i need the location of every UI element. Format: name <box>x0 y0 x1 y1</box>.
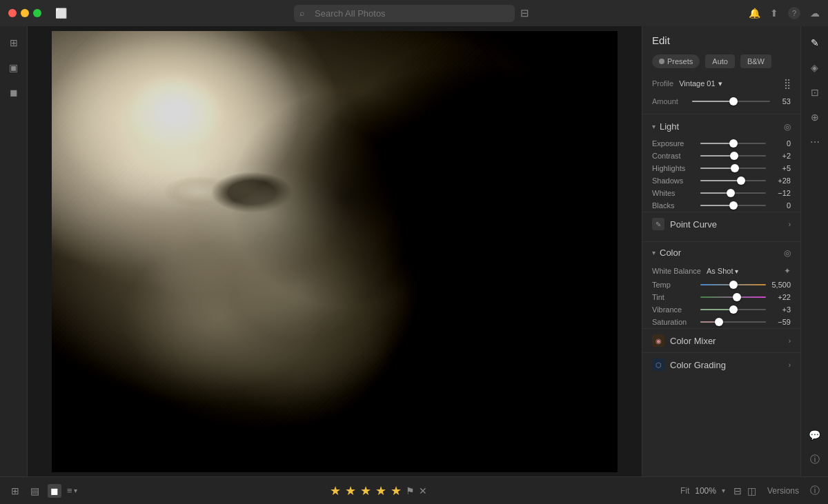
info-icon[interactable]: ⓘ <box>810 485 820 497</box>
split-icon[interactable]: ◫ <box>747 485 756 496</box>
color-eye-icon[interactable]: ◎ <box>784 248 791 258</box>
saturation-slider[interactable] <box>700 321 766 323</box>
color-grading-icon: ⬡ <box>652 359 664 371</box>
saturation-value: −59 <box>771 318 791 326</box>
panel-toggle-icon[interactable]: ⬜ <box>55 8 67 19</box>
compare-icon[interactable]: ⊟ <box>733 485 742 496</box>
right-icon-tools[interactable]: ◈ <box>804 57 826 79</box>
saturation-thumb[interactable] <box>715 318 723 326</box>
shadows-thumb[interactable] <box>737 177 745 185</box>
help-icon[interactable]: ? <box>788 7 800 19</box>
white-balance-chevron-icon[interactable]: ▾ <box>735 268 738 275</box>
blacks-label: Blacks <box>652 201 695 210</box>
shadows-slider[interactable] <box>700 180 766 181</box>
light-section-left: ▾ Light <box>652 121 679 132</box>
point-curve-icon: ✎ <box>652 218 664 230</box>
exposure-slider[interactable] <box>700 143 766 144</box>
sort-button[interactable]: ≡ ▾ <box>67 485 77 496</box>
grid-view-button[interactable]: ⊞ <box>8 484 22 498</box>
color-mixer-title: Color Mixer <box>670 336 716 346</box>
star-5[interactable]: ★ <box>391 483 402 498</box>
contrast-fill <box>700 155 734 157</box>
contrast-slider[interactable] <box>700 155 766 157</box>
amount-slider[interactable] <box>692 101 770 102</box>
whites-slider[interactable] <box>700 192 766 194</box>
right-icon-crop[interactable]: ⊡ <box>804 81 826 103</box>
photo-detail-overlay <box>52 31 618 472</box>
cloud-icon[interactable]: ☁ <box>810 8 820 19</box>
light-section-header[interactable]: ▾ Light ◎ <box>642 116 800 137</box>
bottom-left: ⊞ ▤ ◼ ≡ ▾ <box>8 484 77 498</box>
tint-thumb[interactable] <box>733 293 741 301</box>
titlebar: ⬜ ⌕ ⊟ 🔔 ⬆ ? ☁ <box>0 0 828 26</box>
light-chevron-icon: ▾ <box>652 123 656 130</box>
sidebar-icon-panels[interactable]: ▣ <box>3 57 25 79</box>
shadows-row: Shadows +28 <box>642 174 800 187</box>
color-grading-section[interactable]: ⬡ Color Grading › <box>642 352 800 376</box>
edit-header: Edit <box>642 26 800 52</box>
tint-slider[interactable] <box>700 296 766 298</box>
bw-button[interactable]: B&W <box>740 54 771 68</box>
strip-view-button[interactable]: ▤ <box>28 484 42 498</box>
single-view-button[interactable]: ◼ <box>48 484 61 498</box>
vibrance-thumb[interactable] <box>729 305 738 314</box>
bell-icon[interactable]: 🔔 <box>749 8 760 19</box>
eyedropper-icon[interactable]: ✦ <box>784 266 791 276</box>
color-section-header[interactable]: ▾ Color ◎ <box>642 241 800 263</box>
highlights-thumb[interactable] <box>731 164 739 172</box>
fit-button[interactable]: Fit <box>680 486 689 496</box>
filter-icon[interactable]: ⊟ <box>520 7 529 19</box>
exposure-thumb[interactable] <box>729 139 738 148</box>
vibrance-slider[interactable] <box>700 309 766 310</box>
star-1[interactable]: ★ <box>330 483 341 498</box>
temp-thumb[interactable] <box>729 281 738 289</box>
contrast-value: +2 <box>771 152 791 160</box>
auto-button[interactable]: Auto <box>705 54 735 68</box>
contrast-thumb[interactable] <box>730 152 738 160</box>
right-icon-edit[interactable]: ✎ <box>804 32 826 54</box>
profile-chevron-icon[interactable]: ▾ <box>718 79 722 88</box>
temp-value: 5,500 <box>771 281 791 289</box>
exposure-value: 0 <box>771 139 791 148</box>
whites-label: Whites <box>652 189 695 197</box>
highlights-slider[interactable] <box>700 168 766 169</box>
share-icon[interactable]: ⬆ <box>770 8 778 19</box>
right-icon-info[interactable]: ⓘ <box>804 449 826 471</box>
point-curve-section[interactable]: ✎ Point Curve › <box>642 212 800 236</box>
blacks-thumb[interactable] <box>729 201 738 210</box>
sidebar-icon-grid[interactable]: ⊞ <box>3 32 25 54</box>
highlights-row: Highlights +5 <box>642 162 800 174</box>
reject-button[interactable]: ✕ <box>419 485 427 496</box>
search-input[interactable] <box>294 5 515 22</box>
right-icon-comment[interactable]: 💬 <box>804 424 826 446</box>
tint-label: Tint <box>652 293 695 301</box>
color-mixer-icon: ◉ <box>652 334 664 347</box>
color-mixer-section[interactable]: ◉ Color Mixer › <box>642 328 800 352</box>
point-curve-arrow-icon: › <box>789 221 791 228</box>
presets-label: Presets <box>667 57 693 65</box>
star-2[interactable]: ★ <box>345 483 356 498</box>
flag-button[interactable]: ⚑ <box>406 485 415 496</box>
vibrance-value: +3 <box>771 305 791 314</box>
minimize-button[interactable] <box>21 9 29 17</box>
tint-row: Tint +22 <box>642 291 800 303</box>
maximize-button[interactable] <box>33 9 41 17</box>
amount-slider-thumb[interactable] <box>729 97 738 105</box>
star-4[interactable]: ★ <box>375 483 386 498</box>
whites-thumb[interactable] <box>727 189 735 197</box>
color-grading-title: Color Grading <box>670 360 726 370</box>
presets-button[interactable]: Presets <box>652 54 700 68</box>
star-3[interactable]: ★ <box>360 483 371 498</box>
sidebar-icon-square[interactable]: ◼ <box>3 81 25 103</box>
close-button[interactable] <box>8 9 17 17</box>
saturation-row: Saturation −59 <box>642 316 800 328</box>
zoom-chevron-icon[interactable]: ▾ <box>722 487 725 494</box>
right-icon-heal[interactable]: ⊕ <box>804 106 826 128</box>
blacks-slider[interactable] <box>700 205 766 206</box>
amount-row: Amount 53 <box>642 94 800 112</box>
right-icon-dots[interactable]: ⋯ <box>804 131 826 153</box>
light-eye-icon[interactable]: ◎ <box>784 122 791 132</box>
profile-grid-icon[interactable]: ⣿ <box>784 78 791 89</box>
temp-slider[interactable] <box>700 284 766 285</box>
whites-row: Whites −12 <box>642 187 800 199</box>
